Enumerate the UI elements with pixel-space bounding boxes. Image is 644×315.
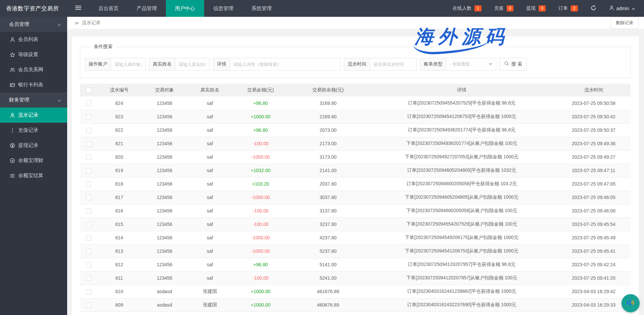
row-checkbox[interactable]	[86, 141, 91, 147]
table-row: 820123456saf-1000.003173.00下单[2023072509…	[80, 150, 631, 164]
delete-records-button[interactable]: 删除记录	[610, 17, 639, 29]
nav-stat-badge: 0	[507, 5, 514, 11]
row-target: 123456	[141, 231, 188, 244]
filter-group-3: 详情	[213, 58, 340, 71]
nav-stat-label: 充值	[494, 5, 504, 11]
sidebar-group-title: 财务管理	[9, 97, 57, 103]
row-checkbox[interactable]	[86, 195, 91, 200]
sidebar-group-2[interactable]: 财务管理	[0, 92, 67, 108]
row-id: 810	[97, 285, 141, 298]
row-checkbox-cell	[80, 218, 97, 231]
content: 条件搜索 操作账户真实姓名详情流水时间账单类型- 全部类型 -搜 索 流水编号交…	[67, 29, 644, 315]
filter-label: 详情	[213, 58, 230, 71]
nav-stat-badge: 2	[571, 5, 578, 11]
row-time: 2023-04-03 16:24:41	[557, 312, 631, 315]
admin-menu[interactable]: admin	[609, 5, 635, 11]
filter-input-1[interactable]	[111, 58, 146, 71]
nav-stat-4[interactable]: 订单2	[558, 5, 578, 11]
row-amount: -100.00	[232, 204, 289, 218]
row-id: 812	[97, 258, 141, 271]
row-balance: 3169.80	[289, 96, 367, 110]
users-icon	[9, 67, 15, 73]
person-icon	[9, 112, 15, 118]
filter-label: 真实姓名	[149, 58, 175, 71]
sidebar-item-会员列表[interactable]: 会员列表	[0, 32, 67, 47]
top-navbar: 香港数字资产交易所 后台首页产品管理用户中心信息管理系统管理 在线人数1充值0提…	[0, 0, 644, 17]
row-checkbox[interactable]	[86, 303, 91, 308]
nav-stat-3[interactable]: 提现0	[526, 5, 546, 11]
nav-stat-2[interactable]: 充值0	[494, 5, 514, 11]
row-detail: 订单[20230403162432237690]平仓获得金额 1000元	[367, 298, 557, 312]
nav-tab-1[interactable]: 后台首页	[89, 0, 128, 17]
row-name: saf	[188, 164, 232, 177]
sidebar-group-1[interactable]: 会员管理	[0, 17, 67, 32]
sidebar-item-充值记录[interactable]: 充值记录	[0, 123, 67, 138]
search-filters: 操作账户真实姓名详情流水时间账单类型- 全部类型 -搜 索	[85, 58, 626, 71]
row-detail: 下单[20230725094600205058]从账户扣除金额 100元	[367, 204, 557, 218]
row-balance: 3137.80	[289, 204, 367, 218]
row-time: 2023-07-25 09:47:05	[557, 177, 631, 191]
refresh-button[interactable]	[591, 5, 596, 12]
sidebar-item-提现记录[interactable]: 提现记录	[0, 138, 67, 153]
row-checkbox[interactable]	[86, 262, 91, 268]
nav-tabs: 后台首页产品管理用户中心信息管理系统管理	[89, 0, 281, 17]
sidebar-item-流水记录[interactable]: 流水记录	[0, 108, 67, 123]
sidebar-item-余额宝结算[interactable]: 余额宝结算	[0, 168, 67, 183]
row-name: 张建国	[188, 298, 232, 312]
nav-tab-4[interactable]: 信息管理	[204, 0, 242, 17]
card-icon	[9, 82, 15, 88]
row-name: saf	[188, 177, 232, 191]
filter-input-2[interactable]	[175, 58, 210, 71]
row-checkbox[interactable]	[86, 128, 91, 133]
nav-tab-5[interactable]: 系统管理	[242, 0, 281, 17]
row-amount: +1000.00	[232, 298, 289, 312]
row-amount: -1000.00	[232, 231, 289, 244]
row-detail: 订单[20230725094554207529]平仓获得金额 96.8元	[367, 96, 557, 110]
row-target: 123456	[141, 191, 188, 204]
row-checkbox[interactable]	[86, 235, 91, 241]
row-checkbox[interactable]	[86, 114, 91, 120]
bill-type-select[interactable]: - 全部类型 -	[446, 58, 496, 71]
table-row: 821123456saf-100.002173.00下单[20230725094…	[80, 137, 631, 150]
nav-tab-3[interactable]: 用户中心	[166, 0, 204, 17]
filter-input-4[interactable]	[370, 58, 417, 71]
audio-announce-button[interactable]	[622, 294, 640, 312]
row-checkbox[interactable]	[86, 155, 91, 160]
row-checkbox[interactable]	[86, 276, 91, 281]
row-balance: 3037.80	[289, 191, 367, 204]
row-checkbox[interactable]	[86, 182, 91, 187]
filter-input-3[interactable]	[230, 58, 340, 71]
row-checkbox[interactable]	[86, 168, 91, 173]
row-balance: 461676.89	[289, 285, 367, 298]
hamburger-button[interactable]	[67, 0, 89, 17]
row-id: 811	[97, 271, 141, 285]
sidebar-item-label: 会员关系网	[18, 67, 43, 73]
row-time: 2023-07-25 09:41:20	[557, 271, 631, 285]
select-all-checkbox[interactable]	[86, 88, 91, 93]
sidebar-item-银行卡列表[interactable]: 银行卡列表	[0, 77, 67, 92]
sidebar-item-余额宝理财[interactable]: 余额宝理财	[0, 153, 67, 168]
records-table: 流水编号交易对象真实姓名交易金额(元)交易前余额(元)详情流水时间 824123…	[80, 84, 631, 315]
row-time: 2023-07-25 09:50:58	[557, 96, 631, 110]
row-checkbox-cell	[80, 312, 97, 315]
row-checkbox[interactable]	[86, 208, 91, 214]
row-name: saf	[188, 204, 232, 218]
row-target: 123456	[141, 164, 188, 177]
nav-tab-2[interactable]: 产品管理	[128, 0, 166, 17]
row-id: 819	[97, 164, 141, 177]
row-checkbox[interactable]	[86, 222, 91, 227]
admin-name: admin	[616, 6, 629, 11]
refresh-icon	[591, 5, 596, 12]
row-checkbox[interactable]	[86, 101, 91, 106]
row-checkbox[interactable]	[86, 289, 91, 294]
row-checkbox[interactable]	[86, 249, 91, 254]
row-balance: 2037.80	[289, 177, 367, 191]
row-balance: 461676.89	[289, 312, 367, 315]
sidebar-item-等级设置[interactable]: 等级设置	[0, 47, 67, 62]
row-checkbox-cell	[80, 150, 97, 164]
sidebar-item-会员关系网[interactable]: 会员关系网	[0, 62, 67, 77]
row-name: saf	[188, 110, 232, 123]
search-button[interactable]: 搜 索	[500, 58, 527, 71]
nav-stat-1[interactable]: 在线人数1	[453, 5, 481, 11]
nav-stats: 在线人数1充值0提现0订单2	[453, 5, 578, 11]
